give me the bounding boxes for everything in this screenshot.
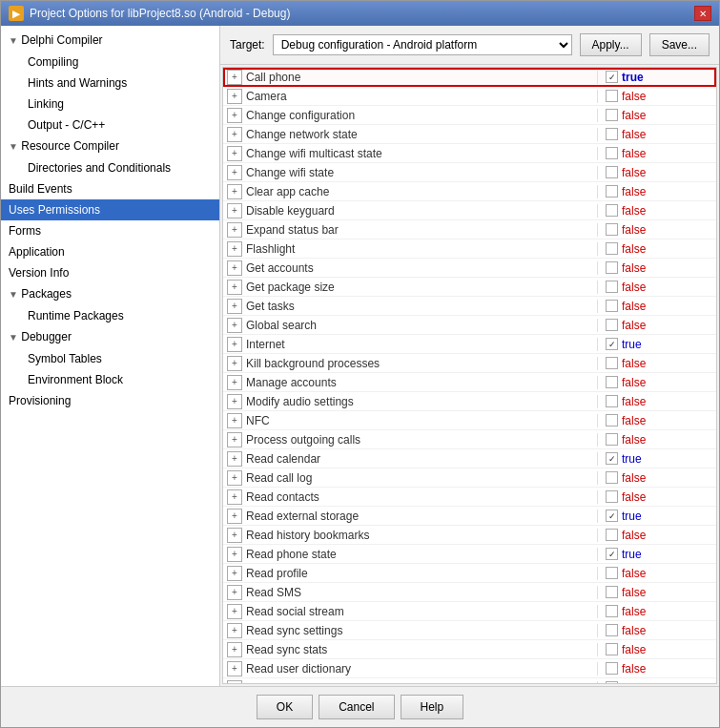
sidebar-item[interactable]: Hints and Warnings	[1, 73, 219, 94]
target-select[interactable]: Debug configuration - Android platform	[273, 34, 572, 55]
perm-checkbox[interactable]	[606, 357, 618, 369]
expand-icon[interactable]: +	[227, 680, 242, 685]
sidebar-item[interactable]: Runtime Packages	[1, 305, 219, 326]
permission-row[interactable]: + Flashlight false	[223, 239, 716, 259]
perm-checkbox[interactable]	[606, 586, 618, 598]
expand-icon[interactable]: +	[227, 566, 242, 581]
expand-icon[interactable]: +	[227, 127, 242, 142]
perm-checkbox[interactable]	[606, 490, 618, 503]
permission-row[interactable]: + Change wifi multicast state false	[223, 144, 716, 163]
permission-row[interactable]: + Read history bookmarks false	[223, 526, 716, 545]
permission-row[interactable]: + Process outgoing calls false	[223, 430, 716, 449]
perm-checkbox[interactable]	[606, 242, 618, 255]
expand-icon[interactable]: +	[227, 489, 242, 505]
sidebar-item[interactable]: Symbol Tables	[1, 348, 219, 369]
sidebar-item[interactable]: ▼ Delphi Compiler	[1, 30, 219, 52]
permission-row[interactable]: + Read sync stats false	[223, 640, 716, 659]
help-button[interactable]: Help	[401, 695, 464, 719]
permission-row[interactable]: + Manage accounts false	[223, 373, 716, 392]
perm-checkbox[interactable]	[606, 433, 618, 446]
sidebar-item[interactable]: ▼ Debugger	[1, 326, 219, 348]
perm-checkbox[interactable]	[606, 376, 618, 388]
perm-checkbox[interactable]	[606, 681, 618, 684]
perm-checkbox[interactable]	[606, 529, 618, 541]
perm-checkbox[interactable]	[606, 338, 618, 350]
save-button[interactable]: Save...	[649, 33, 710, 56]
sidebar-item[interactable]: Build Events	[1, 178, 219, 199]
permission-row[interactable]: + Get tasks false	[223, 297, 716, 316]
permission-row[interactable]: + Change network state false	[223, 125, 716, 144]
expand-icon[interactable]: +	[227, 260, 242, 276]
sidebar-item[interactable]: Directories and Conditionals	[1, 157, 219, 178]
expand-icon[interactable]: +	[227, 184, 242, 199]
perm-checkbox[interactable]	[606, 128, 618, 140]
sidebar-item[interactable]: Forms	[1, 220, 219, 241]
expand-icon[interactable]: +	[227, 604, 242, 619]
perm-checkbox[interactable]	[606, 643, 618, 655]
cancel-button[interactable]: Cancel	[319, 695, 394, 719]
permission-row[interactable]: + Internet true	[223, 335, 716, 354]
expand-icon[interactable]: +	[227, 241, 242, 257]
permission-row[interactable]: + Change configuration false	[223, 106, 716, 125]
perm-checkbox[interactable]	[606, 662, 618, 675]
permission-row[interactable]: + Read profile false	[223, 564, 716, 583]
expand-icon[interactable]: +	[227, 375, 242, 390]
permission-row[interactable]: + Camera false	[223, 87, 716, 106]
expand-icon[interactable]: +	[227, 356, 242, 371]
permission-row[interactable]: + Global search false	[223, 316, 716, 335]
expand-icon[interactable]: +	[227, 108, 242, 123]
expand-icon[interactable]: +	[227, 661, 242, 676]
perm-checkbox[interactable]	[606, 185, 618, 198]
permission-row[interactable]: + Receive boot completed false	[223, 678, 716, 684]
perm-checkbox[interactable]	[606, 90, 618, 102]
expand-icon[interactable]: +	[227, 394, 242, 409]
expand-icon[interactable]: +	[227, 70, 242, 85]
perm-checkbox[interactable]	[606, 414, 618, 426]
permission-row[interactable]: + Read user dictionary false	[223, 659, 716, 678]
perm-checkbox[interactable]	[606, 471, 618, 484]
expand-icon[interactable]: +	[227, 585, 242, 600]
permission-row[interactable]: + Read call log false	[223, 468, 716, 488]
sidebar-item[interactable]: Compiling	[1, 52, 219, 73]
expand-icon[interactable]: +	[227, 89, 242, 104]
expand-icon[interactable]: +	[227, 299, 242, 314]
expand-icon[interactable]: +	[227, 280, 242, 295]
perm-checkbox[interactable]	[606, 567, 618, 579]
expand-icon[interactable]: +	[227, 547, 242, 562]
expand-icon[interactable]: +	[227, 509, 242, 524]
perm-checkbox[interactable]	[606, 510, 618, 522]
permission-row[interactable]: + Call phone true	[223, 68, 716, 87]
permission-row[interactable]: + Read phone state true	[223, 545, 716, 564]
permission-row[interactable]: + Kill background processes false	[223, 354, 716, 373]
expand-icon[interactable]: +	[227, 413, 242, 428]
expand-icon[interactable]: +	[227, 470, 242, 486]
expand-icon[interactable]: +	[227, 432, 242, 447]
sidebar-item[interactable]: Linking	[1, 94, 219, 114]
perm-checkbox[interactable]	[606, 548, 618, 560]
sidebar-item[interactable]: Application	[1, 241, 219, 262]
perm-checkbox[interactable]	[606, 281, 618, 293]
permission-row[interactable]: + NFC false	[223, 411, 716, 430]
permission-row[interactable]: + Clear app cache false	[223, 182, 716, 201]
expand-icon[interactable]: +	[227, 222, 242, 238]
expand-icon[interactable]: +	[227, 642, 242, 657]
sidebar-item[interactable]: ▼ Resource Compiler	[1, 135, 219, 157]
expand-icon[interactable]: +	[227, 623, 242, 638]
perm-checkbox[interactable]	[606, 300, 618, 312]
perm-checkbox[interactable]	[606, 395, 618, 407]
perm-checkbox[interactable]	[606, 109, 618, 121]
permission-row[interactable]: + Modify audio settings false	[223, 392, 716, 411]
sidebar-item[interactable]: Output - C/C++	[1, 114, 219, 135]
expand-icon[interactable]: +	[227, 318, 242, 333]
expand-icon[interactable]: +	[227, 337, 242, 352]
permission-row[interactable]: + Expand status bar false	[223, 220, 716, 239]
permission-row[interactable]: + Read social stream false	[223, 602, 716, 621]
perm-checkbox[interactable]	[606, 452, 618, 465]
permissions-list[interactable]: + Call phone true + Camera false + Chang…	[222, 67, 717, 684]
expand-icon[interactable]: +	[227, 528, 242, 543]
perm-checkbox[interactable]	[606, 204, 618, 217]
permission-row[interactable]: + Disable keyguard false	[223, 201, 716, 220]
perm-checkbox[interactable]	[606, 147, 618, 159]
perm-checkbox[interactable]	[606, 166, 618, 178]
permission-row[interactable]: + Read sync settings false	[223, 621, 716, 640]
